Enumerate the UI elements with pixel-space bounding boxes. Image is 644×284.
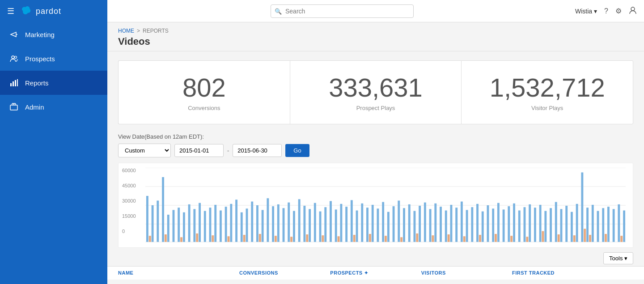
svg-rect-92 [555,202,557,242]
tools-button[interactable]: Tools ▾ [603,252,633,264]
svg-rect-42 [293,211,295,242]
svg-rect-121 [385,236,387,242]
th-prospects[interactable]: PROSPECTS ✦ [330,270,421,276]
svg-rect-107 [165,234,167,242]
visitor-plays-number: 1,532,712 [490,73,605,102]
svg-rect-6 [17,79,18,86]
reports-icon [9,78,19,88]
sidebar-item-reports[interactable]: Reports [0,71,107,95]
svg-rect-17 [162,177,164,242]
svg-rect-75 [466,210,468,242]
svg-rect-16 [157,200,159,242]
svg-rect-26 [209,208,212,242]
breadcrumb-home[interactable]: HOME [118,28,134,34]
svg-rect-102 [607,207,610,242]
sidebar-label-prospects: Prospects [25,55,55,63]
svg-rect-104 [618,204,620,242]
svg-rect-62 [398,200,400,242]
svg-rect-58 [377,208,379,242]
svg-rect-44 [303,206,305,242]
svg-rect-7 [10,105,17,110]
th-conversions[interactable]: CONVERSIONS [239,270,330,276]
svg-rect-135 [589,235,591,242]
svg-rect-52 [345,207,347,242]
svg-rect-5 [15,80,16,86]
go-button[interactable]: Go [285,144,309,157]
sidebar-item-prospects[interactable]: Prospects [0,47,107,71]
svg-rect-109 [196,233,198,242]
y-label-60000: 60000 [122,168,136,173]
svg-rect-87 [529,204,531,242]
svg-rect-117 [322,235,324,242]
sidebar-item-admin[interactable]: Admin [0,95,107,119]
svg-rect-120 [369,234,371,242]
chart-area: 60000 45000 30000 15000 0 // Generate ba… [118,163,633,248]
y-label-0: 0 [122,229,136,234]
svg-rect-94 [565,206,568,242]
svg-rect-80 [492,208,494,242]
svg-rect-103 [613,209,615,242]
svg-rect-101 [602,208,604,242]
svg-rect-43 [298,199,301,242]
svg-rect-39 [277,204,280,242]
th-name[interactable]: NAME [118,270,239,276]
th-visitors[interactable]: VISITORS [421,270,512,276]
filter-area: View Date(Based on 12am EDT): Custom Las… [107,133,644,163]
svg-rect-21 [183,212,185,242]
logo-text: pardot [36,7,61,16]
svg-rect-114 [275,236,277,242]
svg-rect-63 [403,208,405,242]
svg-rect-71 [445,210,447,242]
date-to-input[interactable] [233,144,282,157]
stat-card-prospect-plays: 333,631 Prospect Plays [290,60,462,124]
sidebar-item-marketing[interactable]: Marketing [0,22,107,47]
svg-rect-76 [471,207,473,242]
stats-row: 802 Conversions 333,631 Prospect Plays 1… [118,60,633,124]
stat-card-conversions: 802 Conversions [118,60,290,124]
svg-rect-49 [330,201,332,242]
svg-rect-82 [503,209,505,242]
svg-rect-134 [584,229,586,242]
svg-rect-46 [314,203,316,242]
visitor-plays-label: Visitor Plays [531,105,563,111]
svg-rect-14 [146,196,148,242]
svg-rect-83 [508,206,510,242]
chart-y-labels: 60000 45000 30000 15000 0 [122,168,136,234]
svg-rect-88 [534,208,536,242]
table-header: NAME CONVERSIONS PROSPECTS ✦ VISITORS FI… [107,266,644,280]
th-first-tracked[interactable]: FIRST TRACKED [512,270,633,276]
svg-rect-33 [246,208,248,242]
svg-rect-105 [623,210,625,242]
svg-rect-57 [372,205,374,242]
svg-rect-95 [571,212,573,242]
date-type-select[interactable]: Custom Last 7 Days Last 30 Days This Mon… [118,144,171,157]
svg-rect-68 [429,209,432,242]
svg-rect-27 [214,205,216,242]
svg-rect-122 [400,237,402,242]
help-icon[interactable]: ? [604,7,608,15]
settings-icon[interactable]: ⚙ [615,7,622,15]
y-label-15000: 15000 [122,213,136,219]
svg-rect-50 [335,209,337,242]
svg-rect-93 [560,209,563,242]
date-from-input[interactable] [174,144,224,157]
breadcrumb-section: REPORTS [143,28,169,34]
svg-rect-59 [382,202,384,242]
user-icon[interactable] [629,6,637,16]
svg-rect-133 [573,235,576,242]
svg-rect-19 [173,210,175,242]
svg-rect-112 [243,235,246,242]
svg-rect-24 [199,203,201,242]
svg-rect-55 [361,203,363,242]
search-input[interactable] [271,4,414,18]
svg-rect-72 [450,205,453,242]
account-name[interactable]: Wistia ▾ [575,8,597,15]
svg-rect-36 [262,210,264,242]
logo-area: pardot [20,6,61,16]
svg-rect-77 [476,204,479,242]
sidebar-label-admin: Admin [25,103,44,111]
main-content: 🔍 Wistia ▾ ? ⚙ HOME > RE [107,0,644,284]
hamburger-icon[interactable]: ☰ [7,6,14,16]
svg-rect-106 [149,236,151,242]
svg-rect-123 [416,233,418,242]
